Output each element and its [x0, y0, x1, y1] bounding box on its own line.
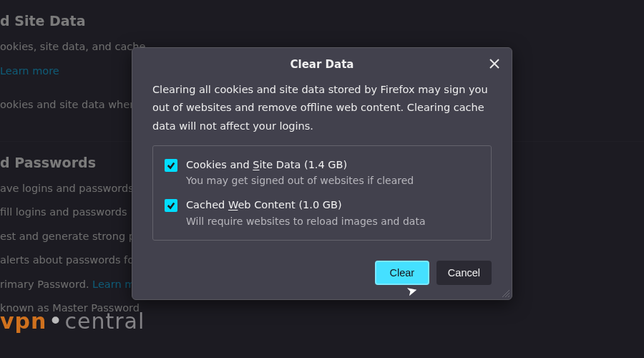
dialog-title: Clear Data [291, 58, 354, 71]
cookies-checkbox[interactable] [165, 159, 177, 172]
option-cookies-row: Cookies and Site Data (1.4 GB) You may g… [165, 158, 479, 186]
resize-handle-icon[interactable] [500, 288, 510, 298]
cache-option-label: Cached Web Content (1.0 GB) [186, 198, 425, 212]
clear-button[interactable]: Clear [375, 261, 429, 285]
cookies-option-label: Cookies and Site Data (1.4 GB) [186, 158, 414, 172]
modal-overlay: Clear Data Clearing all cookies and site… [0, 0, 644, 358]
clear-data-dialog: Clear Data Clearing all cookies and site… [132, 47, 512, 300]
cache-option-sublabel: Will require websites to reload images a… [186, 216, 425, 227]
option-cache-row: Cached Web Content (1.0 GB) Will require… [165, 198, 479, 226]
cancel-button[interactable]: Cancel [436, 261, 492, 285]
cookies-option-sublabel: You may get signed out of websites if cl… [186, 175, 414, 186]
cache-checkbox[interactable] [165, 199, 177, 212]
dialog-close-button[interactable] [484, 54, 504, 74]
close-icon [489, 59, 499, 69]
checkmark-icon [167, 161, 175, 170]
clear-options-group: Cookies and Site Data (1.4 GB) You may g… [152, 145, 492, 241]
checkmark-icon [167, 201, 175, 210]
dialog-description: Clearing all cookies and site data store… [152, 81, 492, 135]
